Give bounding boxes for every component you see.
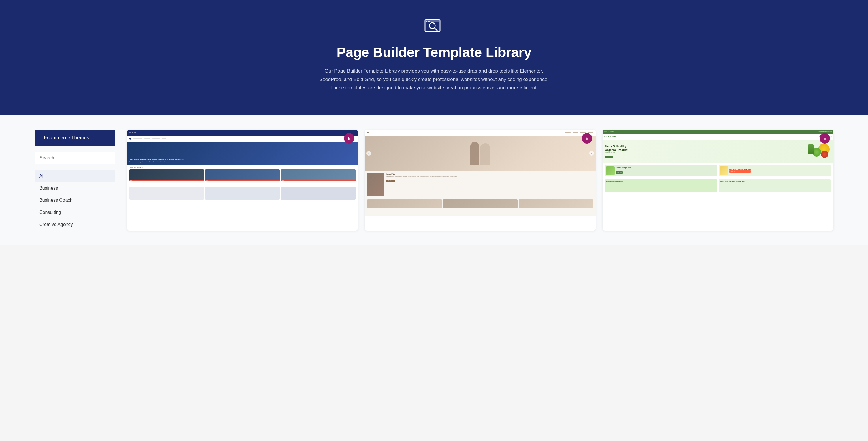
sidebar: Ecommerce Themes All Business Business C… xyxy=(35,130,116,231)
svg-line-2 xyxy=(434,28,438,32)
elementor-badge-organic: E xyxy=(819,133,830,143)
ecommerce-themes-button[interactable]: Ecommerce Themes xyxy=(35,130,116,146)
elementor-badge-news: E xyxy=(344,133,354,143)
category-all[interactable]: All xyxy=(35,170,116,182)
template-grid: E xyxy=(127,130,833,231)
category-creative-agency[interactable]: Creative Agency xyxy=(35,218,116,231)
elementor-badge-wedding: E xyxy=(582,133,592,143)
news-mockup: Tech Giants Unveil Cutting-edge Innovati… xyxy=(127,130,358,216)
hero-icon xyxy=(424,17,444,37)
template-preview-wedding: E xyxy=(365,130,596,216)
category-business[interactable]: Business xyxy=(35,182,116,194)
template-preview-news: E xyxy=(127,130,358,216)
template-card-news[interactable]: E xyxy=(127,130,358,231)
page-title: Page Builder Template Library xyxy=(337,44,531,60)
organic-mockup: ☎ +1 234 567 890 ✉ info@seastoredemo.com… xyxy=(602,130,833,216)
svg-point-4 xyxy=(427,21,427,22)
template-card-organic[interactable]: E ☎ +1 234 567 890 ✉ info@seastoredemo.c… xyxy=(602,130,833,231)
category-business-coach[interactable]: Business Coach xyxy=(35,194,116,206)
category-list: All Business Business Coach Consulting C… xyxy=(35,170,116,231)
template-preview-organic: E ☎ +1 234 567 890 ✉ info@seastoredemo.c… xyxy=(602,130,833,216)
content-area: Ecommerce Themes All Business Business C… xyxy=(0,115,868,245)
svg-point-5 xyxy=(428,21,429,22)
hero-section: Page Builder Template Library Our Page B… xyxy=(0,0,868,115)
hero-description: Our Page Builder Template Library provid… xyxy=(318,67,550,92)
wedding-mockup: ‹ › About Us We are wedding photographer… xyxy=(365,130,596,216)
category-consulting[interactable]: Consulting xyxy=(35,206,116,218)
template-card-wedding[interactable]: E xyxy=(365,130,596,231)
search-input[interactable] xyxy=(35,151,116,164)
svg-point-6 xyxy=(429,21,430,22)
